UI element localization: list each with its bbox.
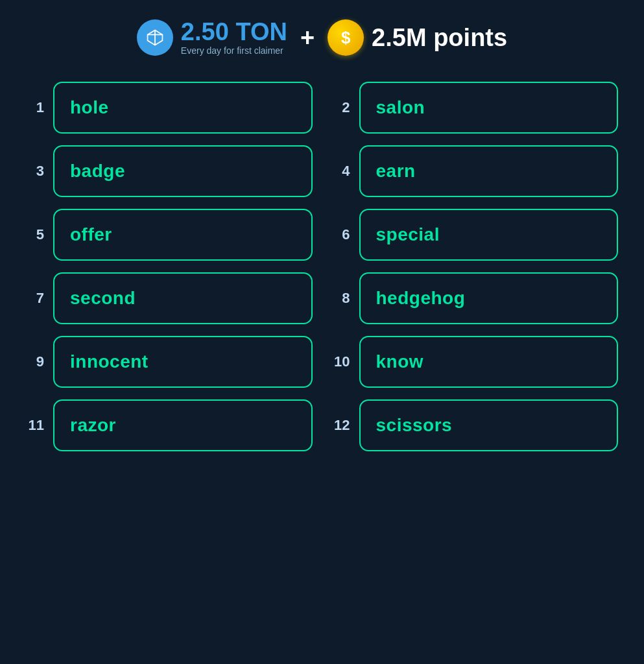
word-text-8: hedgehog (376, 288, 466, 308)
word-text-10: know (376, 351, 424, 372)
word-text-12: scissors (376, 415, 453, 435)
word-text-7: second (70, 288, 136, 308)
word-box-11[interactable]: razor (53, 399, 313, 451)
header: 2.50 TON Every day for first claimer + $… (26, 19, 618, 56)
word-cell-3[interactable]: 3badge (26, 145, 313, 197)
word-number-11: 11 (26, 417, 44, 434)
plus-sign: + (300, 24, 315, 52)
ton-icon (137, 19, 173, 56)
word-text-4: earn (376, 161, 416, 181)
word-text-5: offer (70, 224, 112, 244)
word-text-9: innocent (70, 351, 149, 372)
word-number-2: 2 (332, 99, 350, 116)
word-number-3: 3 (26, 163, 44, 180)
word-box-12[interactable]: scissors (359, 399, 619, 451)
word-box-10[interactable]: know (359, 336, 619, 388)
word-number-12: 12 (332, 417, 350, 434)
word-number-8: 8 (332, 290, 350, 307)
word-cell-8[interactable]: 8hedgehog (332, 272, 619, 324)
word-box-8[interactable]: hedgehog (359, 272, 619, 324)
word-cell-4[interactable]: 4earn (332, 145, 619, 197)
word-text-6: special (376, 224, 440, 244)
word-text-11: razor (70, 415, 116, 435)
word-cell-5[interactable]: 5offer (26, 209, 313, 261)
word-box-9[interactable]: innocent (53, 336, 313, 388)
word-number-6: 6 (332, 226, 350, 243)
word-cell-6[interactable]: 6special (332, 209, 619, 261)
word-box-3[interactable]: badge (53, 145, 313, 197)
word-box-2[interactable]: salon (359, 82, 619, 134)
word-text-2: salon (376, 97, 425, 117)
word-cell-2[interactable]: 2salon (332, 82, 619, 134)
ton-value: 2.50 TON (181, 19, 287, 44)
ton-subtitle: Every day for first claimer (181, 45, 283, 56)
word-cell-1[interactable]: 1hole (26, 82, 313, 134)
word-box-4[interactable]: earn (359, 145, 619, 197)
points-value: 2.5M points (372, 24, 507, 52)
word-box-1[interactable]: hole (53, 82, 313, 134)
word-cell-7[interactable]: 7second (26, 272, 313, 324)
word-cell-12[interactable]: 12scissors (332, 399, 619, 451)
word-number-1: 1 (26, 99, 44, 116)
word-number-4: 4 (332, 163, 350, 180)
words-grid: 1hole2salon3badge4earn5offer6special7sec… (26, 82, 618, 451)
word-number-7: 7 (26, 290, 44, 307)
word-box-6[interactable]: special (359, 209, 619, 261)
ton-amount: 2.50 TON Every day for first claimer (181, 19, 287, 56)
word-box-5[interactable]: offer (53, 209, 313, 261)
word-box-7[interactable]: second (53, 272, 313, 324)
coin-icon: $ (328, 19, 364, 56)
word-number-9: 9 (26, 353, 44, 370)
coin-symbol: $ (341, 28, 350, 48)
word-number-10: 10 (332, 353, 350, 370)
word-number-5: 5 (26, 226, 44, 243)
word-text-1: hole (70, 97, 109, 117)
word-text-3: badge (70, 161, 125, 181)
word-cell-11[interactable]: 11razor (26, 399, 313, 451)
word-cell-10[interactable]: 10know (332, 336, 619, 388)
word-cell-9[interactable]: 9innocent (26, 336, 313, 388)
